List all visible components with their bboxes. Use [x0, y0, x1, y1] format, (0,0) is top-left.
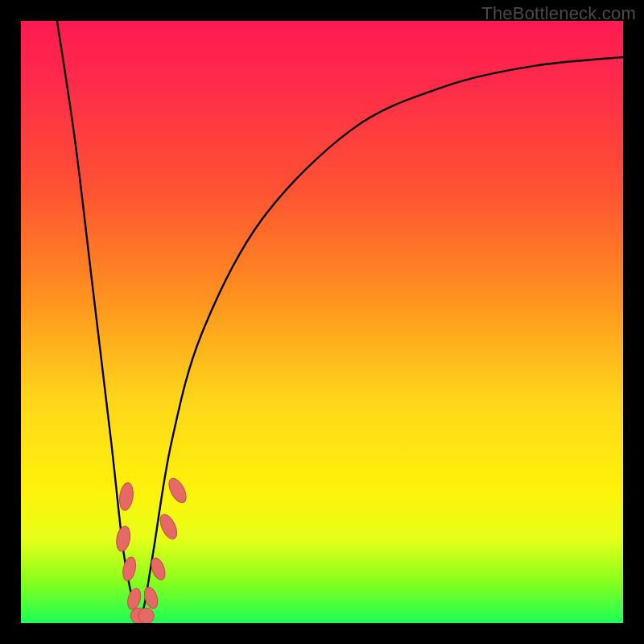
data-marker [138, 608, 154, 623]
chart-frame: TheBottleneck.com [0, 0, 644, 644]
data-marker [157, 512, 180, 542]
chart-svg [21, 21, 623, 623]
curve-layer [57, 21, 623, 623]
watermark-text: TheBottleneck.com [481, 3, 636, 24]
data-marker [114, 525, 132, 552]
plot-area [21, 21, 623, 623]
marker-layer [114, 476, 189, 623]
bottleneck-curve [57, 21, 623, 623]
data-marker [121, 555, 138, 581]
data-marker [118, 482, 134, 511]
data-marker [126, 587, 142, 611]
data-marker [166, 476, 190, 506]
